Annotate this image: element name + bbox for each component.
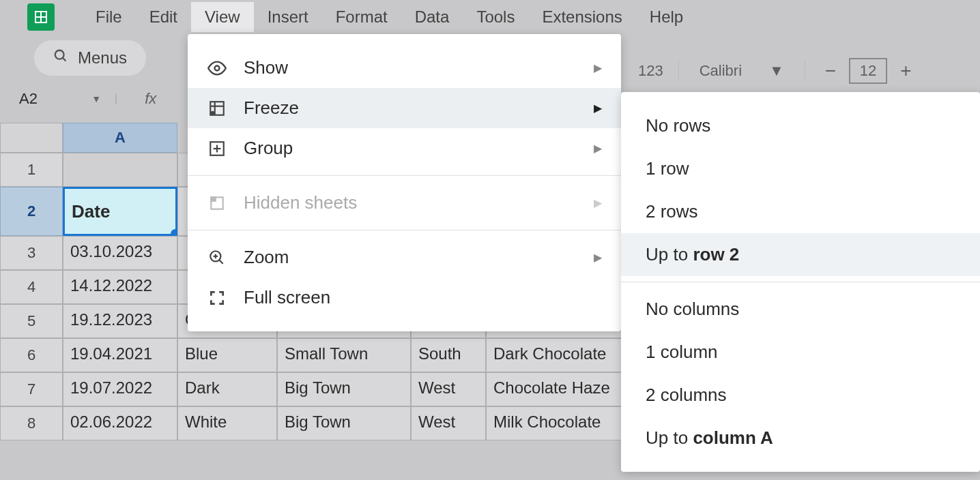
font-name: Calibri bbox=[700, 62, 742, 80]
chevron-right-icon: ▶ bbox=[594, 102, 602, 115]
row-header[interactable]: 7 bbox=[0, 372, 63, 406]
eye-icon bbox=[207, 59, 227, 78]
view-dropdown: Show ▶ Freeze ▶ Group ▶ Hidden sheets ▶ … bbox=[188, 34, 621, 331]
view-group[interactable]: Group ▶ bbox=[188, 128, 621, 168]
menu-insert[interactable]: Insert bbox=[254, 2, 322, 32]
svg-point-3 bbox=[55, 50, 64, 59]
fx-label: fx bbox=[145, 90, 156, 108]
chevron-right-icon: ▶ bbox=[594, 196, 602, 209]
svg-line-18 bbox=[219, 260, 222, 263]
cell[interactable]: 19.12.2023 bbox=[63, 304, 177, 338]
chevron-right-icon: ▶ bbox=[594, 61, 602, 74]
freeze-icon bbox=[207, 100, 227, 117]
cell[interactable]: 03.10.2023 bbox=[63, 236, 177, 270]
menu-tools[interactable]: Tools bbox=[463, 2, 528, 32]
name-box[interactable]: A2 ▼ bbox=[19, 90, 101, 108]
cell[interactable]: South bbox=[411, 338, 486, 372]
font-size-input[interactable]: 12 bbox=[849, 58, 887, 84]
group-icon bbox=[207, 140, 227, 158]
cell[interactable]: 14.12.2022 bbox=[63, 270, 177, 304]
view-freeze[interactable]: Freeze ▶ bbox=[188, 88, 621, 128]
cell[interactable] bbox=[63, 153, 177, 187]
svg-point-5 bbox=[215, 65, 220, 70]
cell[interactable]: Dark bbox=[177, 372, 277, 406]
cell[interactable]: White bbox=[177, 406, 277, 440]
cell[interactable]: West bbox=[411, 406, 486, 440]
row-header[interactable]: 8 bbox=[0, 406, 63, 440]
cell-reference: A2 bbox=[19, 90, 38, 108]
chevron-down-icon: ▼ bbox=[91, 93, 101, 104]
svg-line-4 bbox=[63, 58, 66, 61]
cell[interactable]: Chocolate Haze bbox=[486, 372, 622, 406]
separator: | bbox=[115, 93, 117, 105]
search-icon bbox=[53, 48, 68, 68]
cell[interactable]: Small Town bbox=[277, 338, 411, 372]
selection-handle[interactable] bbox=[171, 229, 177, 236]
menu-data[interactable]: Data bbox=[401, 2, 463, 32]
freeze-1-column[interactable]: 1 column bbox=[621, 331, 980, 374]
freeze-2-columns[interactable]: 2 columns bbox=[621, 374, 980, 417]
sheets-logo bbox=[27, 3, 55, 31]
row-header[interactable]: 2 bbox=[0, 187, 63, 236]
menus-search[interactable]: Menus bbox=[34, 40, 146, 76]
fullscreen-icon bbox=[207, 289, 227, 307]
menu-format[interactable]: Format bbox=[322, 2, 401, 32]
freeze-submenu: No rows 1 row 2 rows Up to row 2 No colu… bbox=[621, 92, 980, 472]
freeze-2-rows[interactable]: 2 rows bbox=[621, 190, 980, 233]
menus-label: Menus bbox=[78, 48, 127, 68]
cell[interactable]: Milk Chocolate bbox=[486, 406, 622, 440]
row-header[interactable]: 1 bbox=[0, 153, 63, 187]
cell[interactable]: 19.04.2021 bbox=[63, 338, 177, 372]
cell[interactable]: Dark Chocolate bbox=[486, 338, 622, 372]
menu-file[interactable]: File bbox=[82, 2, 136, 32]
zoom-icon bbox=[207, 249, 227, 267]
menu-view[interactable]: View bbox=[191, 2, 254, 32]
increase-font-button[interactable]: + bbox=[895, 60, 916, 82]
cell[interactable]: West bbox=[411, 372, 486, 406]
font-size-control: − 12 + bbox=[820, 58, 916, 84]
separator bbox=[678, 61, 679, 81]
font-select[interactable]: Calibri ▼ bbox=[694, 62, 790, 80]
separator bbox=[805, 61, 805, 81]
decrease-font-button[interactable]: − bbox=[820, 60, 841, 82]
freeze-up-to-column[interactable]: Up to column A bbox=[621, 417, 980, 460]
view-show[interactable]: Show ▶ bbox=[188, 48, 621, 88]
chevron-down-icon: ▼ bbox=[769, 62, 784, 80]
menu-edit[interactable]: Edit bbox=[136, 2, 191, 32]
freeze-up-to-row[interactable]: Up to row 2 bbox=[621, 233, 980, 276]
row-header[interactable]: 3 bbox=[0, 236, 63, 270]
chevron-right-icon: ▶ bbox=[594, 251, 602, 264]
row-header[interactable]: 5 bbox=[0, 304, 63, 338]
cell[interactable]: 02.06.2022 bbox=[63, 406, 177, 440]
column-header-a[interactable]: A bbox=[63, 123, 177, 153]
cell[interactable]: Date bbox=[63, 187, 177, 236]
chevron-right-icon: ▶ bbox=[594, 142, 602, 155]
menubar: File Edit View Insert Format Data Tools … bbox=[0, 0, 980, 34]
svg-point-9 bbox=[212, 111, 214, 113]
select-all-cell[interactable] bbox=[0, 123, 63, 153]
freeze-no-rows[interactable]: No rows bbox=[621, 104, 980, 147]
freeze-1-row[interactable]: 1 row bbox=[621, 147, 980, 190]
cell[interactable]: Blue bbox=[177, 338, 277, 372]
separator bbox=[188, 230, 621, 230]
freeze-no-columns[interactable]: No columns bbox=[621, 288, 980, 331]
separator bbox=[621, 282, 980, 282]
format-number[interactable]: 123 bbox=[638, 62, 663, 80]
toolbar-right: 123 Calibri ▼ − 12 + bbox=[638, 58, 916, 84]
cell[interactable]: Big Town bbox=[277, 372, 411, 406]
view-hidden-sheets: Hidden sheets ▶ bbox=[188, 183, 621, 223]
cell[interactable]: 19.07.2022 bbox=[63, 372, 177, 406]
row-header[interactable]: 6 bbox=[0, 338, 63, 372]
row-header[interactable]: 4 bbox=[0, 270, 63, 304]
separator bbox=[188, 175, 621, 176]
sheet-icon bbox=[207, 194, 227, 212]
cell[interactable]: Big Town bbox=[277, 406, 411, 440]
menu-extensions[interactable]: Extensions bbox=[528, 2, 635, 32]
view-zoom[interactable]: Zoom ▶ bbox=[188, 237, 621, 278]
menu-help[interactable]: Help bbox=[636, 2, 697, 32]
svg-rect-14 bbox=[211, 197, 216, 200]
view-full-screen[interactable]: Full screen bbox=[188, 278, 621, 318]
